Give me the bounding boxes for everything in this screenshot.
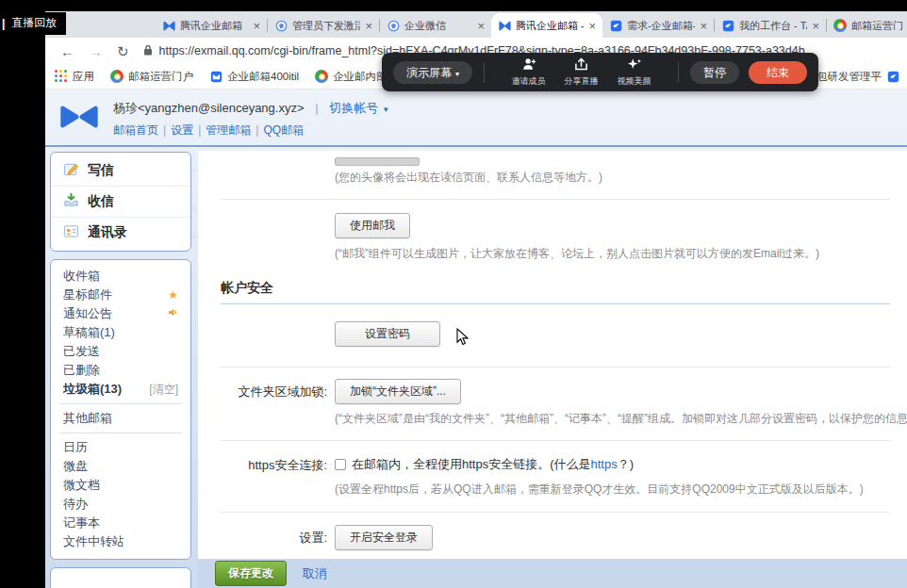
sidebar-item-todo[interactable]: 待办 bbox=[51, 495, 190, 514]
sidebar-item-spam[interactable]: 垃圾箱(13)[清空] bbox=[51, 380, 190, 399]
sidebar-item-drafts[interactable]: 草稿箱(1) bbox=[51, 323, 190, 342]
nav-qq-mail[interactable]: QQ邮箱 bbox=[263, 123, 304, 137]
sparkle-icon bbox=[627, 57, 642, 74]
bookmark-label: 企业邮箱400itil bbox=[227, 70, 299, 84]
empty-spam-link[interactable]: [清空] bbox=[149, 381, 178, 398]
video-beauty-button[interactable]: 视频美颜 bbox=[618, 57, 651, 88]
bottom-action-bar: 保存更改 取消 bbox=[198, 559, 907, 588]
speaker-icon bbox=[168, 305, 178, 322]
star-icon: ★ bbox=[168, 286, 178, 303]
sidebar-item-weidocs[interactable]: 微文档 bbox=[51, 476, 190, 495]
bookmark-mail-portal[interactable]: 邮箱运营门户 bbox=[110, 70, 193, 84]
enable-secure-login-button[interactable]: 开启安全登录 bbox=[335, 525, 433, 550]
present-screen-button[interactable]: 演示屏幕▾ bbox=[393, 61, 472, 84]
nav-mail-home[interactable]: 邮箱首页 bbox=[113, 123, 158, 137]
tab-close-icon[interactable]: × bbox=[812, 20, 819, 32]
switch-account-link[interactable]: 切换帐号 bbox=[329, 101, 378, 115]
chevron-down-icon: ▼ bbox=[382, 106, 389, 114]
chrome-colored-icon bbox=[110, 70, 124, 83]
bookmark-label: 邮箱运营门户 bbox=[128, 70, 193, 84]
save-changes-button[interactable]: 保存更改 bbox=[215, 561, 287, 586]
folders-box: 收件箱 星标邮件★ 通知公告 草稿箱(1) 已发送 已删除 垃圾箱(13)[清空… bbox=[50, 259, 191, 560]
sidebar-item-contacts[interactable]: 通讯录 bbox=[51, 217, 190, 248]
apps-grid-icon bbox=[55, 70, 68, 83]
sidebar-item-calendar[interactable]: 日历 bbox=[51, 438, 190, 457]
page-body: 写信 收信 通讯录 收件箱 星标邮件★ bbox=[45, 149, 907, 588]
tab-title: 企业微信 bbox=[404, 19, 472, 33]
tab-close-icon[interactable]: × bbox=[700, 20, 707, 32]
sidebar-item-receive[interactable]: 收信 bbox=[51, 186, 190, 217]
what-is-https-link[interactable]: https bbox=[591, 457, 618, 471]
user-email: 杨珍<yangzhen@silenceyang.xyz> bbox=[113, 101, 305, 115]
end-button[interactable]: 结束 bbox=[749, 61, 807, 84]
compose-icon bbox=[63, 161, 79, 180]
sidebar-item-file-transfer[interactable]: 文件中转站 bbox=[51, 532, 190, 551]
invite-members-button[interactable]: 邀请成员 bbox=[512, 57, 546, 88]
divider bbox=[221, 440, 890, 441]
lock-folder-area-button[interactable]: 加锁“文件夹区域”... bbox=[335, 379, 461, 404]
divider bbox=[221, 367, 890, 368]
sidebar-item-compose[interactable]: 写信 bbox=[51, 155, 190, 186]
bookmark-outsourcing-platform[interactable]: 外包研发管理平 bbox=[806, 70, 900, 84]
sidebar-item-deleted[interactable]: 已删除 bbox=[51, 361, 190, 380]
refresh-button[interactable]: ↻ bbox=[117, 44, 129, 58]
tab-title: 邮箱运营门 bbox=[851, 19, 904, 33]
divider bbox=[221, 199, 890, 200]
padlock-icon bbox=[143, 42, 153, 59]
screen: | 直播回放 腾讯企业邮箱 × 管理员下发激活码 × 企业微信 × bbox=[0, 0, 907, 588]
tab-wecom-activation[interactable]: 管理员下发激活码 × bbox=[268, 13, 379, 38]
tab-close-icon[interactable]: × bbox=[588, 20, 596, 32]
sidebar-divider bbox=[59, 403, 182, 404]
share-live-button[interactable]: 分享直播 bbox=[565, 57, 599, 88]
exmail-favicon bbox=[498, 19, 511, 32]
cancel-link[interactable]: 取消 bbox=[303, 565, 327, 582]
chevron-down-icon: ▾ bbox=[455, 70, 459, 78]
truncated-control bbox=[335, 157, 420, 166]
tab-tapd-workbench[interactable]: 我的工作台 - TAP × bbox=[715, 13, 826, 38]
bookmark-apps[interactable]: 应用 bbox=[55, 70, 94, 84]
sidebar-item-starred[interactable]: 星标邮件★ bbox=[51, 286, 190, 304]
sidebar-item-other-mail[interactable]: 其他邮箱 bbox=[51, 409, 190, 428]
https-checkbox[interactable] bbox=[335, 459, 346, 470]
wecom-favicon bbox=[274, 19, 288, 32]
sidebar-item-weidrive[interactable]: 微盘 bbox=[51, 457, 190, 476]
pause-button[interactable]: 暂停 bbox=[690, 61, 739, 84]
tab-close-icon[interactable]: × bbox=[477, 20, 485, 32]
section-title-account-security: 帐户安全 bbox=[221, 280, 890, 304]
tab-close-icon[interactable]: × bbox=[253, 20, 260, 32]
tapd-favicon bbox=[609, 19, 622, 32]
sidebar-item-sent[interactable]: 已发送 bbox=[51, 342, 190, 361]
back-button[interactable]: ← bbox=[60, 44, 74, 58]
sidebar-item-inbox[interactable]: 收件箱 bbox=[51, 267, 190, 286]
chrome-colored-icon bbox=[315, 70, 328, 83]
sidebar-item-announcements[interactable]: 通知公告 bbox=[51, 304, 190, 323]
https-label: https安全连接: bbox=[198, 452, 335, 498]
bookmark-exmail-400[interactable]: 企业邮箱400itil bbox=[209, 70, 299, 84]
nav-settings[interactable]: 设置 bbox=[171, 123, 193, 137]
sidebar-divider bbox=[59, 433, 182, 433]
forward-button[interactable]: → bbox=[89, 44, 103, 58]
sidebar-item-notebook[interactable]: 记事本 bbox=[51, 514, 190, 532]
folder-lock-note: (“文件夹区域”是由“我的文件夹”、“其他邮箱”、“记事本”、“提醒”组成。加锁… bbox=[335, 411, 907, 427]
compose-box: 写信 收信 通讯录 bbox=[50, 152, 191, 252]
browser-window: 腾讯企业邮箱 × 管理员下发激活码 × 企业微信 × 腾讯企业邮箱 - 常 × bbox=[45, 11, 907, 588]
https-checkbox-text: 在邮箱内，全程使用https安全链接。(什么是https？) bbox=[352, 456, 634, 473]
tab-wecom[interactable]: 企业微信 × bbox=[380, 13, 491, 38]
mailme-note: (“邮我”组件可以生成图片，让大家放在博客、论坛上，别人点击图片就可以方便的发E… bbox=[335, 246, 907, 262]
tab-tapd-requirement[interactable]: 需求-企业邮箱-TA × bbox=[602, 13, 714, 38]
nav-manage-mail[interactable]: 管理邮箱 bbox=[206, 123, 251, 137]
tab-close-icon[interactable]: × bbox=[365, 20, 372, 32]
use-mailme-button[interactable]: 使用邮我 bbox=[335, 213, 410, 238]
tab-exmail-active[interactable]: 腾讯企业邮箱 - 常 × bbox=[491, 13, 602, 38]
exmail-logo bbox=[58, 103, 100, 135]
wecom-favicon bbox=[387, 19, 400, 32]
tab-mail-portal[interactable]: 邮箱运营门 bbox=[827, 13, 907, 38]
https-note: (设置全程https后，若从QQ进入邮箱，需重新登录QQ才生效。目前支持QQ20… bbox=[335, 482, 907, 498]
inbox-receive-icon bbox=[63, 192, 79, 211]
set-password-button[interactable]: 设置密码 bbox=[335, 321, 440, 347]
sidebar-item-label: 收信 bbox=[88, 193, 114, 210]
settings-panel: (您的头像将会出现在读信页面、联系人信息等地方。) 使用邮我 (“邮我”组件可以… bbox=[198, 151, 907, 559]
tapd-favicon bbox=[721, 19, 734, 32]
exmail-page: 杨珍<yangzhen@silenceyang.xyz> | 切换帐号▼ 邮箱首… bbox=[45, 90, 907, 588]
tab-exmail-1[interactable]: 腾讯企业邮箱 × bbox=[156, 13, 267, 38]
